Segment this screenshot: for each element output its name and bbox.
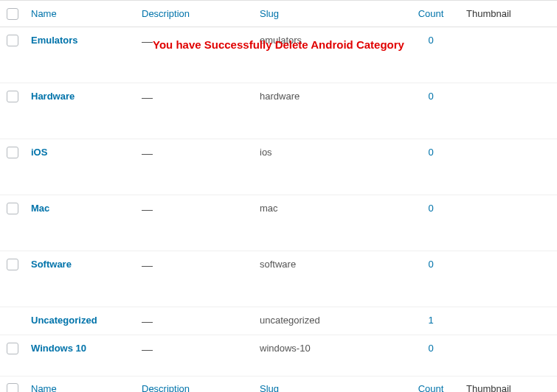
row-checkbox[interactable]	[7, 203, 18, 214]
category-name-link[interactable]: Software	[31, 259, 72, 270]
table-row: Software—software0	[0, 251, 557, 307]
category-slug: mac	[260, 203, 278, 214]
footer-thumbnail: Thumbnail	[460, 376, 557, 392]
table-footer: Name Description Slug Count Thumbnail	[0, 376, 557, 392]
category-name-link[interactable]: Mac	[31, 203, 49, 214]
category-count-link[interactable]: 0	[428, 147, 433, 158]
table-row: iOS—ios0	[0, 139, 557, 195]
category-name-link[interactable]: Hardware	[31, 91, 75, 102]
category-thumbnail	[460, 307, 557, 335]
header-thumbnail: Thumbnail	[460, 1, 557, 27]
row-checkbox[interactable]	[7, 343, 18, 354]
category-description: —	[142, 203, 153, 215]
category-slug: software	[260, 259, 296, 270]
table-header: Name Description Slug Count Thumbnail	[0, 1, 557, 27]
footer-name[interactable]: Name	[25, 376, 136, 392]
category-count-link[interactable]: 0	[428, 203, 433, 214]
header-count[interactable]: Count	[401, 1, 460, 27]
category-count-link[interactable]: 0	[428, 259, 433, 270]
category-slug: windows-10	[260, 343, 311, 354]
category-name-link[interactable]: Emulators	[31, 35, 78, 46]
table-row: Hardware—hardware0	[0, 83, 557, 139]
header-slug[interactable]: Slug	[254, 1, 401, 27]
category-thumbnail	[460, 139, 557, 195]
category-description: —	[142, 91, 153, 103]
table-row: Windows 10—windows-100	[0, 335, 557, 376]
header-name[interactable]: Name	[25, 1, 136, 27]
row-checkbox[interactable]	[7, 91, 18, 102]
category-slug: hardware	[260, 91, 300, 102]
row-checkbox[interactable]	[7, 147, 18, 158]
footer-slug[interactable]: Slug	[254, 376, 401, 392]
select-all-top[interactable]	[7, 8, 18, 20]
category-description: —	[142, 343, 153, 355]
footer-description[interactable]: Description	[136, 376, 254, 392]
category-description: —	[142, 259, 153, 271]
table-body: Emulators—emulators0Hardware—hardware0iO…	[0, 27, 557, 376]
row-checkbox[interactable]	[7, 35, 18, 46]
category-table: Name Description Slug Count Thumbnail Em…	[0, 0, 557, 392]
table-row: Mac—mac0	[0, 195, 557, 251]
category-thumbnail	[460, 27, 557, 83]
table-row: Emulators—emulators0	[0, 27, 557, 83]
category-count-link[interactable]: 0	[428, 35, 433, 46]
category-slug: uncategorized	[260, 315, 320, 326]
table-row: Uncategorized—uncategorized1	[0, 307, 557, 335]
category-name-link[interactable]: iOS	[31, 147, 47, 158]
row-checkbox[interactable]	[7, 259, 18, 270]
select-all-bottom[interactable]	[7, 383, 18, 392]
category-description: —	[142, 147, 153, 159]
category-name-link[interactable]: Windows 10	[31, 343, 86, 354]
category-count-link[interactable]: 0	[428, 91, 433, 102]
category-slug: emulators	[260, 35, 302, 46]
category-description: —	[142, 315, 153, 327]
category-description: —	[142, 35, 153, 47]
category-count-link[interactable]: 0	[428, 343, 433, 354]
category-thumbnail	[460, 83, 557, 139]
category-thumbnail	[460, 251, 557, 307]
category-thumbnail	[460, 335, 557, 376]
header-description[interactable]: Description	[136, 1, 254, 27]
footer-count[interactable]: Count	[401, 376, 460, 392]
category-count-link[interactable]: 1	[428, 315, 433, 326]
category-name-link[interactable]: Uncategorized	[31, 315, 97, 326]
category-thumbnail	[460, 195, 557, 251]
category-slug: ios	[260, 147, 272, 158]
